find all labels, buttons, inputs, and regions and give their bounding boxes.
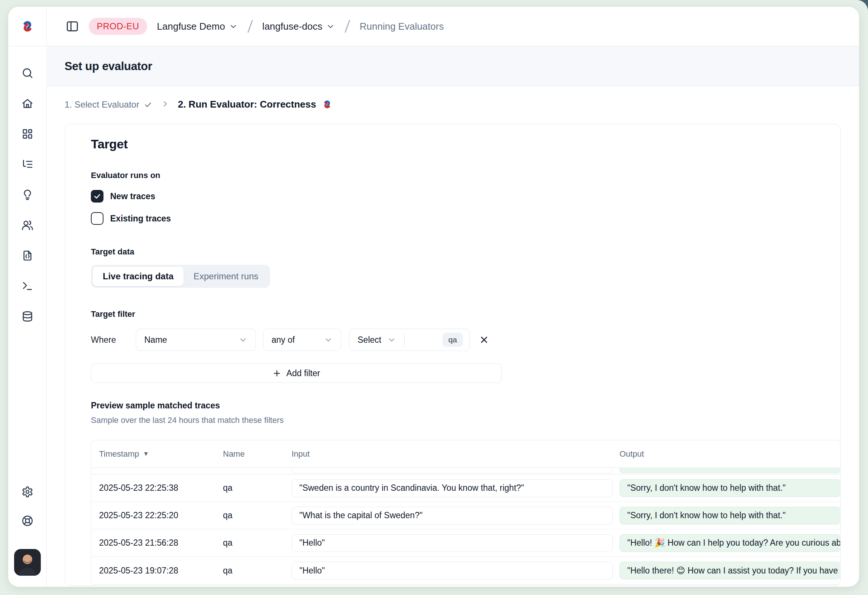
- database-icon[interactable]: [22, 310, 33, 322]
- traces-preview-table: Timestamp ▼ Name Input Output 2025-05-23…: [91, 440, 841, 585]
- table-row[interactable]: 2025-05-23 22:25:20 qa "What is the capi…: [91, 502, 841, 529]
- trace-timestamp: 2025-05-23 21:56:28: [91, 538, 216, 548]
- table-row-partial: [91, 468, 841, 474]
- filter-value-badge: qa: [443, 333, 463, 347]
- remove-filter-button[interactable]: [479, 335, 489, 345]
- preview-title: Preview sample matched traces: [91, 401, 833, 410]
- chevron-down-icon: [239, 335, 247, 344]
- breadcrumb-divider: [247, 20, 253, 33]
- tracing-tree-icon[interactable]: [22, 158, 33, 170]
- user-avatar[interactable]: [14, 549, 41, 576]
- trace-output-cell[interactable]: "Hello there! 😊 How can I assist you tod…: [620, 562, 841, 579]
- search-icon[interactable]: [22, 67, 33, 79]
- org-logo[interactable]: [8, 7, 46, 46]
- new-traces-option[interactable]: New traces: [91, 190, 833, 202]
- environment-badge[interactable]: PROD-EU: [89, 18, 147, 35]
- existing-traces-label: Existing traces: [110, 214, 171, 224]
- users-icon[interactable]: [22, 219, 33, 231]
- chevron-down-icon: [324, 335, 333, 344]
- runs-on-label: Evaluator runs on: [91, 171, 833, 180]
- column-header-timestamp[interactable]: Timestamp ▼: [91, 449, 216, 459]
- dashboard-icon[interactable]: [22, 128, 33, 140]
- new-traces-checkbox[interactable]: [91, 190, 103, 202]
- breadcrumb-project[interactable]: langfuse-docs: [262, 21, 335, 32]
- target-data-tabs: Live tracing data Experiment runs: [91, 265, 270, 288]
- sidebar: [8, 7, 47, 587]
- step-separator: [161, 99, 170, 110]
- trace-input-cell[interactable]: "Hello": [292, 534, 613, 552]
- new-traces-label: New traces: [110, 191, 155, 201]
- datasets-json-file-icon[interactable]: [22, 250, 33, 261]
- table-row[interactable]: 2025-05-23 19:07:28 qa "Hello" "Hello th…: [91, 557, 841, 584]
- breadcrumb-divider: [345, 20, 350, 33]
- filter-value-select[interactable]: Select qa: [349, 329, 470, 351]
- check-icon: [93, 192, 101, 200]
- target-heading: Target: [91, 137, 833, 151]
- org-name: Langfuse Demo: [157, 21, 225, 32]
- existing-traces-checkbox[interactable]: [91, 212, 103, 225]
- main-area: PROD-EU Langfuse Demo langfuse-docs Runn…: [47, 7, 859, 587]
- trace-input-cell[interactable]: "Sweden is a country in Scandinavia. You…: [292, 479, 613, 497]
- langfuse-knot-logo-icon: [20, 20, 35, 33]
- tab-live-tracing-data[interactable]: Live tracing data: [93, 267, 184, 286]
- step-1-select-evaluator[interactable]: 1. Select Evaluator: [65, 99, 152, 110]
- table-body: 2025-05-23 22:25:38 qa "Sweden is a coun…: [91, 474, 841, 584]
- project-name: langfuse-docs: [262, 21, 322, 32]
- sidebar-nav: [22, 46, 33, 322]
- chevron-down-icon: [387, 335, 396, 344]
- trace-timestamp: 2025-05-23 22:25:38: [91, 483, 216, 493]
- chevron-right-icon: [161, 99, 170, 108]
- column-header-input[interactable]: Input: [284, 449, 614, 459]
- settings-gear-icon[interactable]: [22, 486, 33, 498]
- plus-icon: [272, 369, 282, 378]
- trace-output-cell[interactable]: "Sorry, I don't know how to help with th…: [620, 507, 841, 524]
- evaluation-lightbulb-icon[interactable]: [22, 189, 33, 201]
- check-icon: [143, 100, 152, 109]
- trace-timestamp: 2025-05-23 22:25:20: [91, 511, 216, 520]
- step-2-run-evaluator: 2. Run Evaluator: Correctness: [178, 99, 333, 110]
- filter-operator-select[interactable]: any of: [263, 329, 341, 351]
- sidebar-toggle-icon[interactable]: [66, 20, 79, 33]
- existing-traces-option[interactable]: Existing traces: [91, 212, 833, 225]
- trace-input-cell[interactable]: "What is the capital of Sweden?": [292, 507, 613, 524]
- sort-desc-icon: ▼: [143, 450, 149, 458]
- table-row[interactable]: 2025-05-23 21:56:28 qa "Hello" "Hello! 🎉…: [91, 529, 841, 557]
- topbar: PROD-EU Langfuse Demo langfuse-docs Runn…: [47, 7, 859, 46]
- sidebar-bottom: [14, 486, 41, 587]
- app-window: PROD-EU Langfuse Demo langfuse-docs Runn…: [8, 7, 859, 587]
- filter-row: Where Name any of Select qa: [91, 329, 833, 351]
- trace-name: qa: [216, 511, 284, 520]
- column-header-output[interactable]: Output: [614, 449, 841, 459]
- playground-terminal-icon[interactable]: [22, 280, 33, 292]
- column-header-name[interactable]: Name: [216, 449, 284, 459]
- chevron-down-icon: [229, 22, 238, 31]
- wizard-steps: 1. Select Evaluator 2. Run Evaluator: Co…: [47, 86, 859, 123]
- target-card: Target Evaluator runs on New traces Exis…: [65, 124, 841, 586]
- trace-input-cell: [292, 468, 613, 473]
- trace-name: qa: [216, 538, 284, 548]
- page-title: Set up evaluator: [65, 60, 152, 73]
- filter-column-select[interactable]: Name: [136, 329, 256, 351]
- chevron-down-icon: [326, 22, 335, 31]
- target-data-label: Target data: [91, 247, 833, 257]
- screen: PROD-EU Langfuse Demo langfuse-docs Runn…: [0, 0, 868, 595]
- trace-name: qa: [216, 566, 284, 576]
- trace-name: qa: [216, 483, 284, 493]
- filter-where-label: Where: [91, 335, 136, 345]
- page-header: Set up evaluator: [47, 46, 859, 86]
- trace-input-cell[interactable]: "Hello": [292, 562, 613, 579]
- breadcrumb-org[interactable]: Langfuse Demo: [157, 21, 238, 32]
- table-header: Timestamp ▼ Name Input Output: [91, 440, 841, 468]
- langfuse-knot-logo-icon: [321, 99, 333, 109]
- tab-experiment-runs[interactable]: Experiment runs: [184, 267, 269, 286]
- add-filter-button[interactable]: Add filter: [91, 363, 502, 383]
- trace-output-cell[interactable]: "Sorry, I don't know how to help with th…: [620, 479, 841, 497]
- trace-output-cell[interactable]: "Hello! 🎉 How can I help you today? Are …: [620, 534, 841, 552]
- home-icon[interactable]: [22, 97, 33, 109]
- trace-output-cell: [620, 468, 841, 473]
- target-filter-label: Target filter: [91, 309, 833, 319]
- value-divider: [404, 333, 405, 347]
- support-lifebuoy-icon[interactable]: [22, 515, 33, 527]
- breadcrumb-page: Running Evaluators: [360, 21, 444, 32]
- table-row[interactable]: 2025-05-23 22:25:38 qa "Sweden is a coun…: [91, 474, 841, 502]
